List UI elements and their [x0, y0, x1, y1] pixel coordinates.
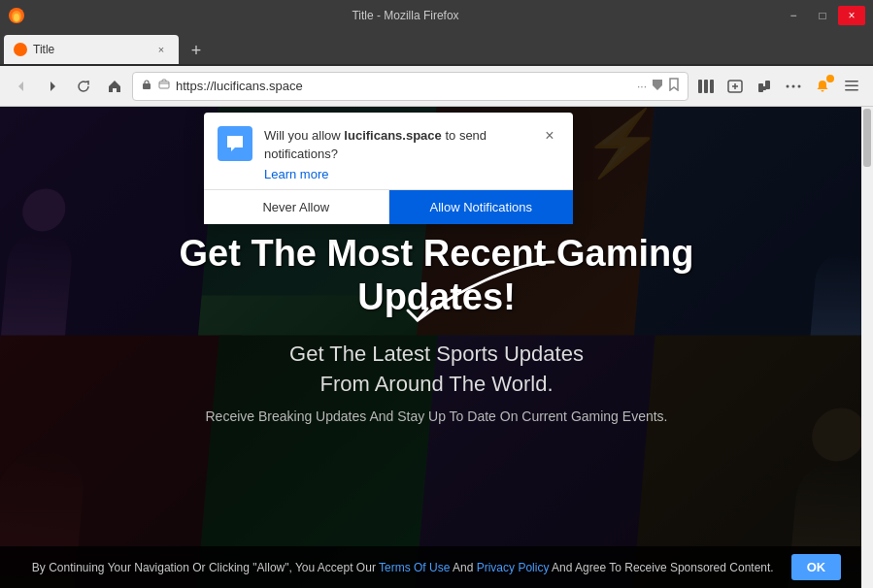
ok-button[interactable]: OK	[791, 554, 842, 580]
page-subtitle: Get The Latest Sports Updates From Aroun…	[289, 340, 584, 400]
maximize-button[interactable]: □	[809, 6, 836, 25]
minimize-button[interactable]: −	[780, 6, 807, 25]
popup-header: Will you allow lucificans.space to send …	[204, 113, 573, 189]
popup-text-block: Will you allow lucificans.space to send …	[264, 126, 528, 181]
back-button[interactable]	[8, 73, 35, 100]
popup-close-button[interactable]: ×	[540, 126, 559, 146]
extensions-button[interactable]	[751, 73, 778, 100]
popup-message: Will you allow lucificans.space to send …	[264, 128, 487, 161]
menu-button[interactable]	[838, 73, 865, 100]
content-area: ⚡ Get The Most Recent Gaming	[0, 107, 873, 588]
scrollbar[interactable]	[861, 107, 873, 588]
popup-chat-icon	[218, 126, 252, 161]
svg-rect-15	[845, 81, 858, 82]
popup-actions: Never Allow Allow Notifications	[204, 189, 573, 224]
scrollbar-thumb[interactable]	[863, 109, 871, 167]
page-description: Receive Breaking Updates And Stay Up To …	[206, 408, 668, 424]
home-button[interactable]	[101, 73, 128, 100]
url-text: https://lucificans.space	[176, 79, 631, 93]
window-controls: − □ ×	[780, 6, 865, 25]
tab-favicon	[14, 43, 27, 56]
bottom-consent-bar: By Continuing Your Navigation Or Clickin…	[0, 546, 873, 588]
address-bar-actions: ···	[637, 78, 680, 94]
refresh-button[interactable]	[70, 73, 97, 100]
never-allow-button[interactable]: Never Allow	[204, 190, 389, 224]
security-icon	[141, 79, 152, 93]
tab-label: Title	[33, 43, 148, 56]
svg-rect-3	[143, 83, 151, 89]
browser-window: Title - Mozilla Firefox − □ × Title × +	[0, 0, 873, 588]
navigation-bar: https://lucificans.space ···	[0, 66, 873, 107]
address-icon	[158, 79, 170, 93]
page-title: Get The Most Recent Gaming Updates!	[180, 232, 694, 320]
library-button[interactable]	[692, 73, 720, 100]
svg-rect-4	[159, 82, 169, 88]
consent-text: By Continuing Your Navigation Or Clickin…	[32, 561, 774, 574]
svg-rect-7	[710, 80, 714, 93]
notification-popup: Will you allow lucificans.space to send …	[204, 113, 573, 224]
pocket-icon[interactable]	[651, 78, 664, 94]
address-bar[interactable]: https://lucificans.space ···	[132, 72, 688, 101]
privacy-link[interactable]: Privacy Policy	[477, 561, 550, 574]
tab-close-button[interactable]: ×	[153, 42, 169, 57]
svg-rect-11	[762, 86, 766, 90]
forward-button[interactable]	[39, 73, 66, 100]
svg-point-13	[792, 84, 795, 87]
sync-button[interactable]	[722, 73, 749, 100]
terms-link[interactable]: Terms Of Use	[379, 561, 450, 574]
svg-rect-17	[845, 89, 858, 91]
svg-rect-16	[845, 85, 858, 87]
notification-button[interactable]	[809, 73, 836, 100]
allow-notifications-button[interactable]: Allow Notifications	[389, 190, 574, 224]
tab-bar: Title × +	[0, 31, 873, 66]
active-tab[interactable]: Title ×	[4, 35, 179, 64]
close-button[interactable]: ×	[838, 6, 865, 25]
notification-badge	[826, 75, 834, 82]
window-title: Title - Mozilla Firefox	[31, 9, 780, 22]
address-more-icon[interactable]: ···	[637, 80, 647, 93]
svg-point-12	[787, 84, 789, 87]
more-button[interactable]	[780, 73, 807, 100]
svg-point-2	[14, 14, 19, 21]
svg-point-14	[798, 84, 801, 87]
svg-rect-5	[698, 80, 702, 93]
svg-rect-6	[704, 80, 708, 93]
nav-right-icons	[692, 73, 865, 100]
new-tab-button[interactable]: +	[183, 37, 210, 64]
firefox-icon	[8, 7, 25, 24]
popup-domain: lucificans.space	[344, 128, 441, 143]
bookmark-icon[interactable]	[668, 78, 680, 94]
title-bar: Title - Mozilla Firefox − □ ×	[0, 0, 873, 31]
learn-more-link[interactable]: Learn more	[264, 167, 528, 181]
